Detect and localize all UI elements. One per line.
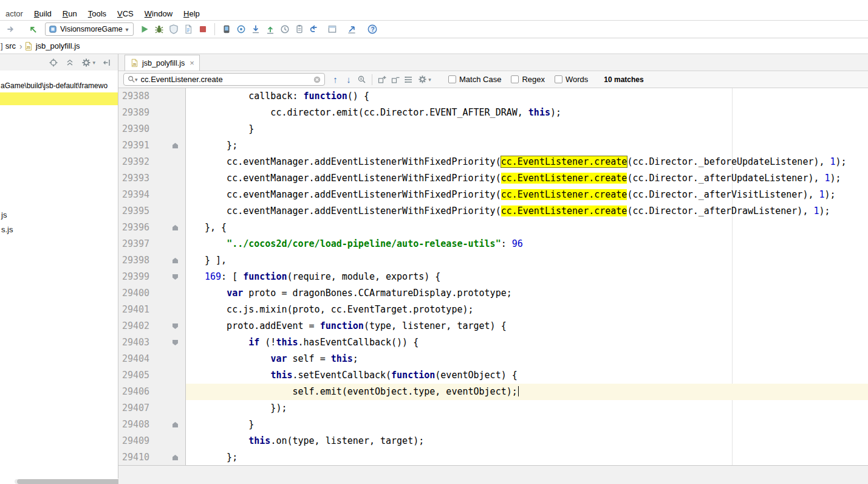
line-number[interactable]: 29392 <box>118 154 162 170</box>
code-text[interactable]: } ], <box>186 252 868 269</box>
code-text[interactable]: }, { <box>186 220 868 236</box>
code-line[interactable]: 29389 cc.director.emit(cc.Director.EVENT… <box>118 105 868 121</box>
history-icon[interactable] <box>278 22 292 36</box>
code-text[interactable]: "../cocos2d/core/load-pipeline/auto-rele… <box>186 236 868 252</box>
line-number[interactable]: 29389 <box>118 105 162 121</box>
code-line[interactable]: 29400 var proto = dragonBones.CCArmature… <box>118 285 868 302</box>
fold-gutter[interactable] <box>162 252 186 269</box>
line-number[interactable]: 29401 <box>118 302 162 318</box>
menu-item-help[interactable]: Help <box>178 9 205 18</box>
search-field[interactable]: ▾ <box>123 73 325 86</box>
line-number[interactable]: 29406 <box>118 384 162 400</box>
code-line[interactable]: 29405 this.setEventCallback(function(eve… <box>118 367 868 384</box>
line-number[interactable]: 29410 <box>118 449 162 465</box>
line-number[interactable]: 29403 <box>118 334 162 351</box>
code-text[interactable]: }); <box>186 400 868 417</box>
line-number[interactable]: 29394 <box>118 187 162 203</box>
breadcrumb-file[interactable]: jsb_polyfill.js <box>33 41 83 50</box>
hide-panel-icon[interactable] <box>102 58 112 67</box>
vcs-update-button[interactable] <box>248 22 263 36</box>
fold-gutter[interactable] <box>162 137 186 154</box>
code-text[interactable]: }; <box>186 137 868 154</box>
code-line[interactable]: 29404 var self = this; <box>118 351 868 367</box>
fold-start-icon[interactable] <box>173 340 178 345</box>
fold-start-icon[interactable] <box>173 274 178 280</box>
code-line[interactable]: 29401 cc.js.mixin(proto, cc.EventTarget.… <box>118 302 868 318</box>
code-text[interactable]: if (!this.hasEventCallback()) { <box>186 334 868 351</box>
attach-to-process-icon[interactable] <box>219 22 234 36</box>
code-text[interactable]: }; <box>186 449 868 465</box>
regex-checkbox[interactable]: Regex <box>511 75 545 84</box>
scroll-from-source-icon[interactable] <box>49 58 58 67</box>
vcs-commit-button[interactable] <box>263 22 278 36</box>
fold-end-icon[interactable] <box>173 225 178 230</box>
project-panel[interactable]: aGame\build\jsb-default\framewo js s.js <box>0 71 118 479</box>
fold-gutter[interactable] <box>162 318 186 334</box>
search-history-caret-icon[interactable]: ▾ <box>135 77 138 83</box>
line-number[interactable]: 29397 <box>118 236 162 252</box>
code-line[interactable]: 29393 cc.eventManager.addEventListenerWi… <box>118 170 868 187</box>
restore-layout-icon[interactable] <box>325 22 340 36</box>
panel-selected-row[interactable] <box>0 92 118 105</box>
checkbox-box[interactable] <box>448 75 456 83</box>
code-line[interactable]: 29403 if (!this.hasEventCallback()) { <box>118 334 868 351</box>
code-editor[interactable]: 29388 callback: function() {29389 cc.dir… <box>118 88 868 465</box>
line-number[interactable]: 29400 <box>118 285 162 302</box>
match-case-checkbox[interactable]: Match Case <box>448 75 501 84</box>
code-line[interactable]: 29409 this.on(type, listener, target); <box>118 433 868 449</box>
fold-gutter[interactable] <box>162 334 186 351</box>
line-number[interactable]: 29395 <box>118 203 162 220</box>
code-text[interactable]: cc.eventManager.addEventListenerWithFixe… <box>186 203 868 220</box>
select-all-occurrences-icon[interactable] <box>402 73 415 86</box>
line-number[interactable]: 29407 <box>118 400 162 417</box>
words-checkbox[interactable]: Words <box>555 75 588 84</box>
panel-item-sjs[interactable]: s.js <box>1 225 13 234</box>
checkbox-box[interactable] <box>555 75 562 83</box>
code-text[interactable]: self.emit(eventObject.type, eventObject)… <box>186 384 868 400</box>
profiler-button[interactable] <box>181 22 196 36</box>
code-text[interactable]: callback: function() { <box>186 88 868 105</box>
fold-gutter[interactable] <box>162 269 186 285</box>
code-line[interactable]: 29407 }); <box>118 400 868 417</box>
line-number[interactable]: 29408 <box>118 417 162 433</box>
line-number[interactable]: 29402 <box>118 318 162 334</box>
menu-item-run[interactable]: Run <box>57 9 83 18</box>
fold-end-icon[interactable] <box>173 143 178 148</box>
code-line[interactable]: 29396}, { <box>118 220 868 236</box>
code-text[interactable]: cc.eventManager.addEventListenerWithFixe… <box>186 154 868 170</box>
checkbox-box[interactable] <box>511 75 519 83</box>
code-text[interactable]: var self = this; <box>186 351 868 367</box>
menu-item-refactor-partial[interactable]: actor <box>0 9 29 18</box>
code-text[interactable]: this.setEventCallback(function(eventObje… <box>186 367 868 384</box>
run-with-coverage-button[interactable] <box>166 22 181 36</box>
last-edit-location-icon[interactable] <box>26 22 40 36</box>
fold-gutter[interactable] <box>162 220 186 236</box>
code-line[interactable]: 29406 self.emit(eventObject.type, eventO… <box>118 384 868 400</box>
rollback-icon[interactable] <box>307 22 321 36</box>
line-number[interactable]: 29390 <box>118 121 162 137</box>
stop-button[interactable] <box>196 22 210 36</box>
breadcrumb-src[interactable]: src <box>3 41 18 50</box>
code-text[interactable]: cc.eventManager.addEventListenerWithFixe… <box>186 187 868 203</box>
line-number[interactable]: 29396 <box>118 220 162 236</box>
line-number[interactable]: 29405 <box>118 367 162 384</box>
code-line[interactable]: 29394 cc.eventManager.addEventListenerWi… <box>118 187 868 203</box>
help-icon[interactable]: ? <box>365 22 380 36</box>
code-text[interactable]: } <box>186 417 868 433</box>
next-occurrence-icon[interactable]: ↓ <box>342 73 355 86</box>
code-line[interactable]: 29397 "../cocos2d/core/load-pipeline/aut… <box>118 236 868 252</box>
code-line[interactable]: 29398} ], <box>118 252 868 269</box>
tab-close-icon[interactable]: × <box>190 58 194 67</box>
code-text[interactable]: cc.director.emit(cc.Director.EVENT_AFTER… <box>186 105 868 121</box>
inspections-icon[interactable] <box>234 22 248 36</box>
add-occurrence-icon[interactable] <box>375 73 389 86</box>
fold-gutter[interactable] <box>162 417 186 433</box>
menu-item-build[interactable]: Build <box>29 9 57 18</box>
remove-occurrence-icon[interactable] <box>389 73 402 86</box>
code-line[interactable]: 29395 cc.eventManager.addEventListenerWi… <box>118 203 868 220</box>
code-line[interactable]: 29408 } <box>118 417 868 433</box>
line-number[interactable]: 29388 <box>118 88 162 105</box>
line-number[interactable]: 29391 <box>118 137 162 154</box>
navigate-forward-icon[interactable] <box>4 22 18 36</box>
line-number[interactable]: 29409 <box>118 433 162 449</box>
